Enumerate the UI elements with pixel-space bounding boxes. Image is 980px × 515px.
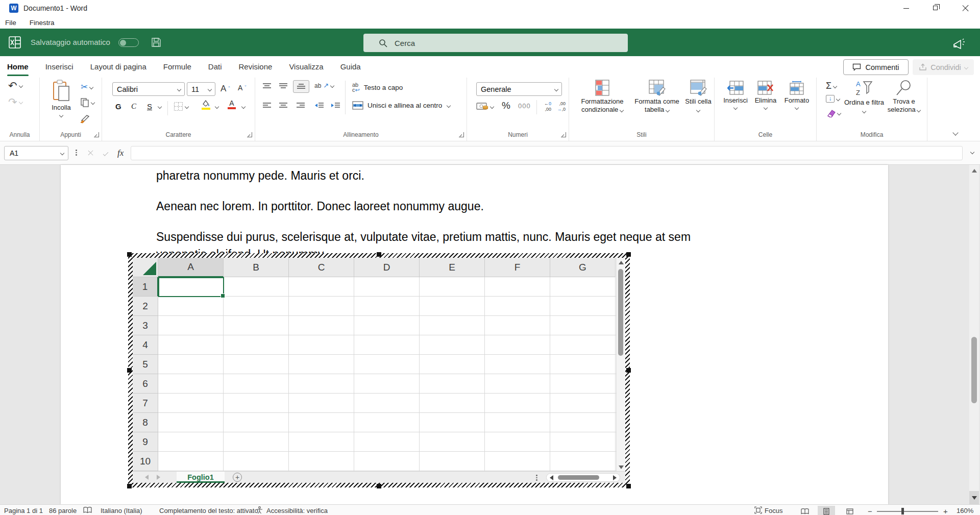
align-center-button[interactable] (279, 102, 288, 109)
merge-center-button[interactable]: Unisci e allinea al centro (352, 101, 450, 110)
row-header-10[interactable]: 10 (133, 452, 158, 471)
redo-button[interactable]: ↷ (8, 97, 22, 107)
resize-handle[interactable] (127, 252, 132, 257)
focus-icon[interactable] (754, 506, 762, 514)
insert-cells-button[interactable]: Inserisci (720, 81, 751, 109)
delete-cells-button[interactable]: Elimina (750, 81, 781, 109)
cancel-entry-icon[interactable] (88, 150, 94, 156)
paste-button[interactable]: Incolla (46, 80, 77, 117)
font-name-combo[interactable]: Calibri (112, 82, 185, 96)
dialog-launcher-icon[interactable] (94, 132, 99, 137)
shrink-font-button[interactable]: Aˇ (238, 84, 247, 92)
menu-finestra[interactable]: Finestra (30, 19, 55, 27)
text-completion-indicator[interactable]: Completamento del testo: attivato (159, 507, 258, 514)
document-scroll-thumb[interactable] (971, 337, 977, 403)
sheet-tab-foglio1[interactable]: Foglio1 (177, 472, 225, 483)
collapse-ribbon-chevron-icon[interactable] (952, 130, 958, 135)
name-box[interactable]: A1 (4, 146, 68, 160)
minimize-button[interactable] (891, 0, 921, 16)
clear-button[interactable] (825, 109, 841, 117)
font-color-button[interactable]: A (228, 100, 236, 109)
tab-formule[interactable]: Formule (163, 56, 191, 78)
language-indicator[interactable]: Italiano (Italia) (101, 507, 142, 514)
vertical-scroll-thumb[interactable] (618, 269, 623, 356)
formula-input[interactable] (131, 146, 963, 160)
zoom-slider[interactable] (877, 511, 938, 512)
row-header-9[interactable]: 9 (133, 432, 158, 452)
chevron-down-icon[interactable] (158, 105, 162, 109)
resize-handle[interactable] (127, 368, 132, 373)
tab-guida[interactable]: Guida (340, 56, 361, 78)
scroll-up-arrow-icon[interactable] (972, 169, 977, 173)
insert-function-button[interactable]: fx (117, 148, 124, 158)
align-bottom-button[interactable] (293, 80, 309, 93)
copy-button[interactable] (81, 98, 94, 107)
font-size-combo[interactable]: 11 (187, 82, 215, 96)
align-top-button[interactable] (262, 83, 272, 89)
orientation-button[interactable]: ab ↗ (314, 82, 334, 89)
accounting-format-button[interactable] (476, 102, 494, 111)
row-header-1[interactable]: 1 (133, 277, 158, 297)
next-sheet-arrow-icon[interactable] (157, 475, 160, 480)
undo-button[interactable]: ↶ (8, 81, 22, 91)
percent-style-button[interactable]: % (502, 100, 510, 111)
format-painter-button[interactable] (80, 113, 91, 124)
wrap-text-button[interactable]: abc↩ Testo a capo (352, 82, 403, 92)
zoom-in-button[interactable]: + (943, 507, 948, 515)
embedded-excel-object[interactable]: A B C D E F G 1 2 3 4 5 6 7 8 9 (128, 253, 630, 487)
menu-file[interactable]: File (5, 19, 16, 27)
resize-handle[interactable] (377, 252, 381, 257)
column-header-f[interactable]: F (485, 258, 550, 277)
close-button[interactable] (950, 0, 980, 16)
comments-button[interactable]: Commenti (843, 59, 909, 75)
restore-button[interactable] (921, 0, 950, 16)
bold-button[interactable]: G (115, 102, 121, 111)
cell-styles-button[interactable]: Stili cella (683, 80, 713, 114)
expand-formula-bar-chevron-icon[interactable] (970, 150, 974, 154)
accessibility-check[interactable]: Accessibilità: verifica (266, 507, 328, 514)
row-header-5[interactable]: 5 (133, 355, 158, 374)
proofing-book-icon[interactable] (83, 507, 92, 513)
drag-dots-icon[interactable] (76, 150, 77, 156)
active-cell-a1[interactable] (158, 277, 224, 297)
column-header-c[interactable]: C (289, 258, 354, 277)
grow-font-button[interactable]: Aˆ (220, 84, 230, 94)
scroll-down-button[interactable] (969, 491, 979, 504)
row-header-3[interactable]: 3 (133, 316, 158, 335)
column-header-g[interactable]: G (550, 258, 616, 277)
row-header-4[interactable]: 4 (133, 335, 158, 355)
column-header-e[interactable]: E (420, 258, 485, 277)
increase-indent-button[interactable] (331, 102, 340, 109)
save-icon[interactable] (151, 37, 161, 47)
resize-handle[interactable] (377, 484, 381, 488)
align-left-button[interactable] (262, 102, 272, 109)
sort-filter-button[interactable]: A Z Ordina e filtra (843, 80, 885, 115)
fill-color-button[interactable] (201, 100, 210, 110)
prev-sheet-arrow-icon[interactable] (145, 475, 149, 480)
column-header-b[interactable]: B (224, 258, 289, 277)
focus-label[interactable]: Focus (765, 507, 782, 514)
zoom-slider-handle[interactable] (901, 508, 904, 514)
tab-revisione[interactable]: Revisione (239, 56, 273, 78)
format-cells-button[interactable]: Formato (781, 81, 813, 109)
confirm-entry-icon[interactable] (103, 151, 109, 156)
find-select-button[interactable]: Trova e seleziona (882, 80, 926, 114)
tab-layout-di-pagina[interactable]: Layout di pagina (90, 56, 146, 78)
row-header-8[interactable]: 8 (133, 413, 158, 432)
tab-home[interactable]: Home (7, 56, 29, 78)
dialog-launcher-icon[interactable] (247, 132, 252, 137)
scroll-right-arrow-icon[interactable] (613, 475, 617, 480)
decrease-decimal-button[interactable]: ,00 →,0 (555, 101, 566, 112)
column-header-a[interactable]: A (158, 258, 224, 277)
web-layout-view-button[interactable] (841, 506, 859, 515)
accessibility-icon[interactable] (256, 506, 263, 514)
select-all-corner[interactable] (133, 258, 158, 277)
zoom-out-button[interactable]: − (868, 507, 872, 515)
whats-new-megaphone-icon[interactable] (952, 38, 967, 50)
scroll-left-arrow-icon[interactable] (550, 475, 553, 480)
decrease-indent-button[interactable] (314, 102, 324, 109)
dialog-launcher-icon[interactable] (459, 132, 464, 137)
tab-dati[interactable]: Dati (208, 56, 222, 78)
row-header-7[interactable]: 7 (133, 394, 158, 413)
row-header-6[interactable]: 6 (133, 374, 158, 394)
